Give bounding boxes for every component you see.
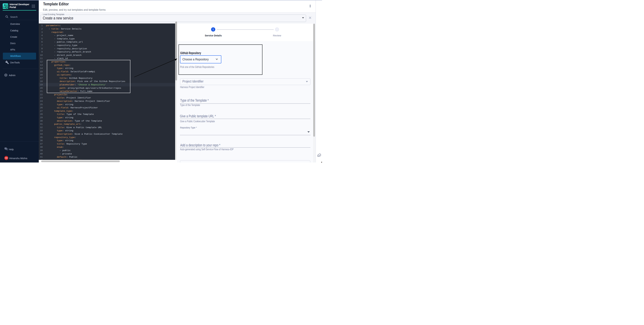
svg-text:?: ? [5,148,6,149]
